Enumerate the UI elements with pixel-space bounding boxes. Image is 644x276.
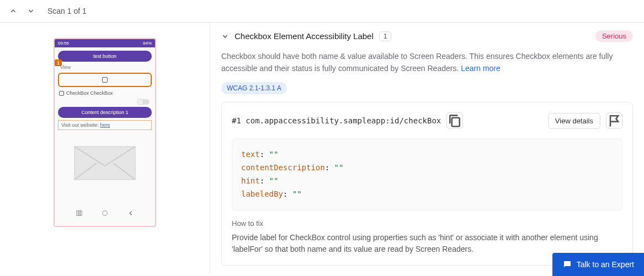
talk-to-expert-button[interactable]: Talk to an Expert	[552, 253, 644, 273]
issue-description: Checkbox should have both name & value a…	[221, 51, 633, 74]
issue-card: #1 com.appaccessibility.sampleapp:id/che…	[221, 102, 633, 265]
talk-to-expert-label: Talk to an Expert	[577, 260, 634, 269]
howto-body: Provide label for CheckBox control using…	[232, 232, 622, 255]
selector-path: com.appaccessibility.sampleapp:id/checkB…	[246, 116, 441, 125]
preview-toggle	[58, 99, 152, 105]
issue-marker-badge: 1	[55, 59, 62, 66]
preview-checkbox-row: CheckBox CheckBox	[58, 89, 152, 97]
svg-rect-2	[78, 211, 80, 216]
issue-description-text: Checkbox should have both name & value a…	[221, 52, 613, 73]
element-selector: #1 com.appaccessibility.sampleapp:id/che…	[232, 116, 441, 125]
device-statusbar: 09:56 84%	[55, 39, 155, 47]
status-battery: 84%	[143, 41, 152, 46]
flag-button[interactable]	[606, 112, 622, 129]
preview-envelope-image	[58, 136, 152, 191]
svg-point-4	[103, 211, 108, 216]
copy-button[interactable]	[446, 112, 463, 129]
preview-view-label: 1 View	[58, 64, 152, 71]
svg-rect-0	[74, 147, 135, 180]
issue-count-badge: 1	[379, 31, 392, 41]
chat-icon	[562, 259, 572, 269]
scan-counter: Scan 1 of 1	[47, 7, 87, 15]
issue-header: Checkbox Element Accessibility Label 1 S…	[221, 30, 633, 42]
view-details-button[interactable]: View details	[548, 113, 600, 129]
main-area: 09:56 84% test button 1 View CheckBox Ch…	[0, 23, 644, 273]
next-scan-button[interactable]	[25, 6, 36, 17]
prop-cd-key: contentDescription	[241, 163, 325, 172]
svg-rect-3	[80, 211, 82, 216]
preview-navbar	[58, 204, 152, 223]
status-time: 09:56	[58, 41, 69, 46]
device-preview: 09:56 84% test button 1 View CheckBox Ch…	[54, 38, 156, 227]
preview-visit-link: here	[100, 122, 110, 128]
prop-hint-val: ""	[269, 176, 279, 185]
prop-text-key: text	[241, 150, 260, 159]
preview-visit-prefix: Visit our website:	[61, 122, 100, 128]
prop-cd-val: ""	[334, 163, 344, 172]
issue-panel: Checkbox Element Accessibility Label 1 S…	[210, 23, 644, 273]
topbar: Scan 1 of 1	[0, 0, 644, 23]
prev-scan-button[interactable]	[8, 6, 19, 17]
learn-more-link[interactable]: Learn more	[461, 64, 501, 73]
severity-badge: Serious	[595, 30, 633, 42]
preview-contentdesc-button: Content description 1	[58, 107, 152, 118]
properties-code-block: text: "" contentDescription: "" hint: ""…	[232, 139, 622, 210]
prop-lb-key: labeledBy	[241, 190, 283, 198]
card-header: #1 com.appaccessibility.sampleapp:id/che…	[232, 112, 622, 129]
how-to-fix: How to fix Provide label for CheckBox co…	[232, 219, 622, 255]
prop-hint-key: hint	[241, 176, 260, 185]
checkbox-icon	[59, 91, 64, 96]
preview-test-button: test button	[58, 51, 152, 62]
svg-rect-5	[452, 118, 460, 127]
svg-rect-1	[76, 211, 78, 216]
selector-index: #1	[232, 116, 241, 125]
howto-title: How to fix	[232, 219, 622, 228]
preview-checkbox-label: CheckBox CheckBox	[66, 90, 113, 96]
prop-lb-val: ""	[292, 190, 302, 198]
prop-text-val: ""	[269, 150, 279, 159]
collapse-button[interactable]	[221, 33, 229, 40]
highlighted-checkbox	[58, 73, 152, 87]
wcag-tag: WCAG 2.1-1.3.1 A	[221, 82, 287, 94]
issue-title: Checkbox Element Accessibility Label	[235, 31, 374, 41]
preview-visit-text: Visit our website: here	[58, 120, 152, 130]
screenshot-panel: 09:56 84% test button 1 View CheckBox Ch…	[0, 23, 210, 273]
